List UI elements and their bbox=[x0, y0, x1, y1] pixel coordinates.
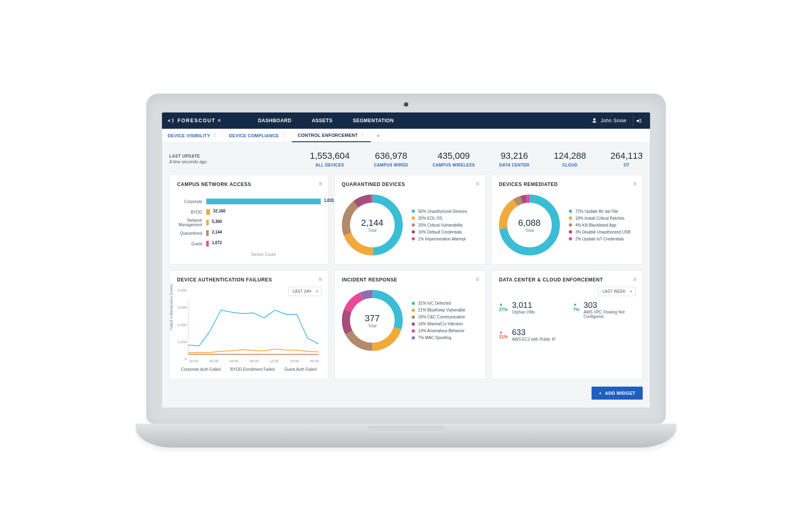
legend-dot-icon bbox=[412, 237, 415, 240]
legend: 50% Unauthorized Devices20% EOL OS20% Cr… bbox=[412, 209, 467, 241]
legend-dot-icon bbox=[412, 309, 415, 312]
bar-category: Quarantined bbox=[177, 231, 206, 236]
time-range-select[interactable]: LAST WEEK bbox=[598, 287, 636, 296]
donut-total-label: Total bbox=[368, 324, 376, 328]
legend-item: 20% EOL OS bbox=[412, 216, 467, 221]
stat-label: CLOUD bbox=[554, 163, 586, 167]
card-menu-icon[interactable]: ≡ bbox=[633, 276, 637, 283]
bar-value: 5,360 bbox=[212, 219, 222, 224]
metric-value: 303 bbox=[583, 301, 635, 310]
line-legend: Corporate Auth Failed BYOD Enrollment Fa… bbox=[177, 367, 321, 372]
legend-dot-icon bbox=[412, 216, 415, 220]
donut-total-label: Total bbox=[368, 228, 376, 233]
legend-dot-icon bbox=[412, 223, 415, 227]
legend-dot-icon bbox=[412, 302, 415, 305]
tab-device-compliance[interactable]: DEVICE COMPLIANCE⋮ bbox=[223, 129, 292, 142]
summary-stat[interactable]: 93,216 DATA CENTER bbox=[499, 151, 529, 167]
enforcement-stats: ▼ 27% 3,011 Orphan VMs ▼ 7% 303 AWS VPC … bbox=[499, 301, 635, 342]
summary-stat[interactable]: 1,553,604 ALL DEVICES bbox=[310, 151, 350, 167]
card-menu-icon[interactable]: ≡ bbox=[318, 276, 322, 283]
y-ticks: 4,0003,0002,0001,0000 bbox=[175, 288, 187, 361]
bar-fill bbox=[206, 241, 209, 247]
tab-device-visibility[interactable]: DEVICE VISIBILITY⋮ bbox=[162, 129, 223, 142]
summary-stat[interactable]: 264,113 OT bbox=[610, 151, 643, 167]
card-title: CAMPUS NETWORK ACCESS bbox=[177, 182, 321, 187]
brand: <) FORESCOUT® bbox=[168, 118, 221, 123]
stat-value: 264,113 bbox=[610, 151, 643, 161]
camera-dot bbox=[404, 102, 408, 106]
kebab-icon[interactable]: ⋮ bbox=[281, 133, 286, 138]
add-widget-button[interactable]: + ADD WIDGET bbox=[592, 387, 643, 400]
legend-item: 4% Kill Blacklisted App bbox=[569, 223, 631, 227]
legend-item: Guest Auth Failed bbox=[284, 367, 317, 372]
bar-row: Network Management 5,360 bbox=[177, 217, 321, 228]
bar-row: Corporate 1,031,251 bbox=[177, 196, 321, 207]
logout-button[interactable] bbox=[633, 115, 644, 126]
card-title: DEVICES REMEDIATED bbox=[499, 182, 635, 187]
tab-label: CONTROL ENFORCEMENT bbox=[298, 133, 358, 138]
legend-item: BYOD Enrollment Failed bbox=[230, 367, 274, 372]
user-icon bbox=[592, 118, 597, 123]
card-menu-icon[interactable]: ≡ bbox=[476, 276, 479, 283]
metric-label: Orphan VMs bbox=[512, 310, 535, 314]
card-device-auth-failures: DEVICE AUTHENTICATION FAILURES ≡ LAST 24… bbox=[169, 270, 328, 379]
legend: 31% IoC Detected21% BlueKeep Vulnerable1… bbox=[412, 301, 465, 340]
summary-stat[interactable]: 636,978 CAMPUS WIRED bbox=[374, 151, 408, 167]
nav-assets[interactable]: ASSETS bbox=[312, 118, 333, 123]
card-incident-response: INCIDENT RESPONSE ≡ 377 Total 31% IoC De… bbox=[334, 270, 486, 379]
stat-label: OT bbox=[610, 163, 643, 167]
card-title: QUARANTINED DEVICES bbox=[342, 182, 478, 187]
card-devices-remediated: DEVICES REMEDIATED ≡ 6,088 Total 72% Upd… bbox=[491, 175, 643, 264]
stat-label: DATA CENTER bbox=[499, 163, 529, 167]
donut-total: 6,088 bbox=[518, 218, 540, 228]
bar-fill bbox=[206, 199, 321, 204]
enforcement-item: ▲ 11% 633 AWS EC2 with Public IP bbox=[499, 328, 561, 342]
summary-stat[interactable]: 124,288 CLOUD bbox=[554, 151, 586, 167]
topbar: <) FORESCOUT® DASHBOARD ASSETS SEGMENTAT… bbox=[162, 112, 650, 129]
app-screen: <) FORESCOUT® DASHBOARD ASSETS SEGMENTAT… bbox=[162, 112, 650, 408]
card-menu-icon[interactable]: ≡ bbox=[476, 181, 479, 187]
bar-fill bbox=[206, 220, 209, 225]
legend-dot-icon bbox=[412, 316, 415, 319]
logout-icon bbox=[636, 118, 642, 124]
legend-item: 13% Anomalous Behavior bbox=[412, 329, 465, 333]
stat-value: 124,288 bbox=[554, 151, 586, 161]
legend: 72% Update AV dat File18% Install Critic… bbox=[569, 209, 631, 241]
trend-caret-icon: ▼ bbox=[499, 303, 508, 307]
card-menu-icon[interactable]: ≡ bbox=[318, 181, 322, 187]
user-menu[interactable]: John Snow bbox=[592, 118, 626, 123]
add-tab-button[interactable]: + bbox=[371, 129, 386, 142]
nav-segmentation[interactable]: SEGMENTATION bbox=[353, 118, 394, 123]
dashboard-tabs: DEVICE VISIBILITY⋮ DEVICE COMPLIANCE⋮ CO… bbox=[162, 129, 650, 143]
bar-category: Corporate bbox=[177, 199, 206, 204]
card-title: DATA CENTER & CLOUD ENFORCEMENT bbox=[499, 277, 635, 283]
nav-dashboard[interactable]: DASHBOARD bbox=[258, 118, 292, 123]
card-title: DEVICE AUTHENTICATION FAILURES bbox=[177, 277, 321, 283]
bar-row: Guest 1,072 bbox=[177, 238, 321, 249]
donut-chart: 2,144 Total bbox=[342, 195, 403, 255]
kebab-icon[interactable]: ⋮ bbox=[213, 133, 217, 138]
legend-dot-icon bbox=[569, 216, 572, 220]
bar-category: Guest bbox=[177, 242, 206, 246]
stat-value: 435,009 bbox=[432, 151, 475, 161]
card-menu-icon[interactable]: ≡ bbox=[633, 181, 637, 187]
legend-dot-icon bbox=[412, 329, 415, 333]
legend-dot-icon bbox=[569, 230, 572, 234]
kebab-icon[interactable]: ⋮ bbox=[360, 132, 365, 138]
legend-item: 72% Update AV dat File bbox=[569, 209, 631, 214]
legend-item: 31% IoC Detected bbox=[412, 301, 465, 305]
primary-nav: DASHBOARD ASSETS SEGMENTATION bbox=[258, 118, 393, 123]
y-axis-label: Failed Authentication Events bbox=[169, 284, 173, 330]
tab-label: DEVICE VISIBILITY bbox=[168, 133, 210, 138]
tab-control-enforcement[interactable]: CONTROL ENFORCEMENT⋮ bbox=[292, 129, 371, 142]
enforcement-item: ▼ 27% 3,011 Orphan VMs bbox=[499, 301, 561, 319]
summary-stats: 1,553,604 ALL DEVICES636,978 CAMPUS WIRE… bbox=[310, 151, 643, 167]
metric-label: AWS VPC Flowlog Not Configured bbox=[583, 310, 635, 319]
time-range-select[interactable]: LAST 24H bbox=[288, 287, 322, 296]
legend-item: 20% Critical Vulnerability bbox=[412, 223, 467, 227]
summary-stat[interactable]: 435,009 CAMPUS WIRELESS bbox=[432, 151, 475, 167]
legend-item: 18% C&C Communication bbox=[412, 315, 465, 319]
metric-value: 3,011 bbox=[512, 301, 535, 310]
stat-label: CAMPUS WIRELESS bbox=[432, 163, 475, 167]
donut-chart: 6,088 Total bbox=[499, 195, 560, 255]
